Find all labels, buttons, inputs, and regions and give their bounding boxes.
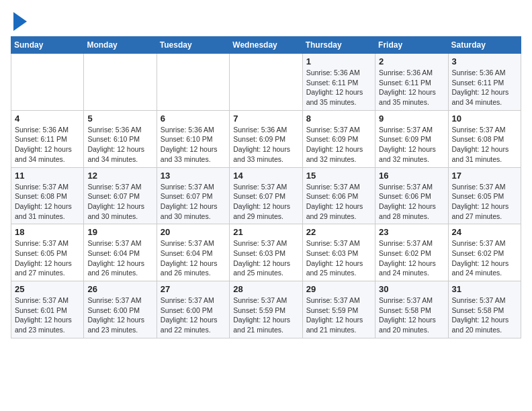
calendar-cell: 28Sunrise: 5:37 AMSunset: 5:59 PMDayligh… [230, 281, 302, 338]
cell-info-text: Sunrise: 5:37 AMSunset: 5:58 PMDaylight:… [452, 295, 517, 335]
cell-info-text: Sunrise: 5:37 AMSunset: 6:01 PMDaylight:… [15, 295, 80, 335]
cell-date-number: 20 [161, 227, 226, 237]
calendar-cell: 1Sunrise: 5:36 AMSunset: 6:11 PMDaylight… [302, 54, 375, 111]
calendar-cell: 9Sunrise: 5:37 AMSunset: 6:09 PMDaylight… [375, 110, 448, 167]
calendar-cell: 24Sunrise: 5:37 AMSunset: 6:02 PMDayligh… [448, 224, 521, 281]
calendar-cell: 7Sunrise: 5:36 AMSunset: 6:09 PMDaylight… [230, 110, 302, 167]
cell-info-text: Sunrise: 5:37 AMSunset: 6:02 PMDaylight:… [379, 238, 444, 278]
cell-info-text: Sunrise: 5:37 AMSunset: 6:00 PMDaylight:… [87, 295, 152, 335]
calendar-cell: 25Sunrise: 5:37 AMSunset: 6:01 PMDayligh… [11, 281, 84, 338]
calendar-cell: 14Sunrise: 5:37 AMSunset: 6:07 PMDayligh… [230, 167, 302, 224]
calendar-cell: 3Sunrise: 5:36 AMSunset: 6:11 PMDaylight… [448, 54, 521, 111]
cell-date-number: 25 [15, 284, 80, 294]
cell-date-number: 29 [306, 284, 371, 294]
calendar-cell: 16Sunrise: 5:37 AMSunset: 6:06 PMDayligh… [375, 167, 448, 224]
day-header-sunday: Sunday [11, 37, 84, 54]
cell-date-number: 18 [15, 227, 80, 237]
calendar-cell: 11Sunrise: 5:37 AMSunset: 6:08 PMDayligh… [11, 167, 84, 224]
cell-date-number: 2 [379, 56, 444, 66]
cell-info-text: Sunrise: 5:37 AMSunset: 6:04 PMDaylight:… [161, 238, 226, 278]
calendar-cell [84, 54, 157, 111]
cell-date-number: 5 [87, 113, 152, 124]
cell-info-text: Sunrise: 5:36 AMSunset: 6:09 PMDaylight:… [233, 125, 298, 165]
cell-info-text: Sunrise: 5:37 AMSunset: 6:07 PMDaylight:… [161, 182, 226, 222]
cell-date-number: 16 [379, 171, 444, 181]
calendar-cell [157, 54, 229, 111]
cell-info-text: Sunrise: 5:37 AMSunset: 6:06 PMDaylight:… [379, 182, 444, 222]
day-header-thursday: Thursday [302, 37, 375, 54]
page-header [11, 11, 521, 31]
calendar-table: SundayMondayTuesdayWednesdayThursdayFrid… [11, 36, 521, 338]
cell-info-text: Sunrise: 5:37 AMSunset: 6:08 PMDaylight:… [452, 125, 517, 165]
calendar-week-1: 1Sunrise: 5:36 AMSunset: 6:11 PMDaylight… [11, 54, 521, 111]
cell-date-number: 1 [306, 56, 371, 66]
calendar-week-4: 18Sunrise: 5:37 AMSunset: 6:05 PMDayligh… [11, 224, 521, 281]
calendar-cell: 10Sunrise: 5:37 AMSunset: 6:08 PMDayligh… [448, 110, 521, 167]
cell-date-number: 30 [379, 284, 444, 294]
cell-date-number: 14 [233, 171, 298, 181]
cell-date-number: 27 [161, 284, 226, 294]
cell-date-number: 23 [379, 227, 444, 237]
cell-info-text: Sunrise: 5:37 AMSunset: 6:05 PMDaylight:… [452, 182, 517, 222]
cell-date-number: 31 [452, 284, 517, 294]
cell-date-number: 13 [161, 171, 226, 181]
calendar-week-2: 4Sunrise: 5:36 AMSunset: 6:11 PMDaylight… [11, 110, 521, 167]
cell-info-text: Sunrise: 5:37 AMSunset: 6:07 PMDaylight:… [233, 182, 298, 222]
calendar-cell: 8Sunrise: 5:37 AMSunset: 6:09 PMDaylight… [302, 110, 375, 167]
calendar-cell: 4Sunrise: 5:36 AMSunset: 6:11 PMDaylight… [11, 110, 84, 167]
cell-info-text: Sunrise: 5:37 AMSunset: 6:08 PMDaylight:… [15, 182, 80, 222]
calendar-cell: 19Sunrise: 5:37 AMSunset: 6:04 PMDayligh… [84, 224, 157, 281]
calendar-cell: 6Sunrise: 5:36 AMSunset: 6:10 PMDaylight… [157, 110, 229, 167]
cell-info-text: Sunrise: 5:37 AMSunset: 6:06 PMDaylight:… [306, 182, 371, 222]
calendar-cell: 26Sunrise: 5:37 AMSunset: 6:00 PMDayligh… [84, 281, 157, 338]
calendar-cell: 12Sunrise: 5:37 AMSunset: 6:07 PMDayligh… [84, 167, 157, 224]
day-header-tuesday: Tuesday [157, 37, 229, 54]
cell-info-text: Sunrise: 5:37 AMSunset: 6:05 PMDaylight:… [15, 238, 80, 278]
calendar-cell: 2Sunrise: 5:36 AMSunset: 6:11 PMDaylight… [375, 54, 448, 111]
cell-info-text: Sunrise: 5:37 AMSunset: 6:02 PMDaylight:… [452, 238, 517, 278]
day-header-saturday: Saturday [448, 37, 521, 54]
cell-info-text: Sunrise: 5:37 AMSunset: 5:59 PMDaylight:… [233, 295, 298, 335]
calendar-cell: 27Sunrise: 5:37 AMSunset: 6:00 PMDayligh… [157, 281, 229, 338]
cell-date-number: 3 [452, 56, 517, 66]
cell-info-text: Sunrise: 5:36 AMSunset: 6:10 PMDaylight:… [161, 125, 226, 165]
cell-date-number: 6 [161, 113, 226, 124]
cell-info-text: Sunrise: 5:37 AMSunset: 6:03 PMDaylight:… [233, 238, 298, 278]
cell-date-number: 26 [87, 284, 152, 294]
cell-info-text: Sunrise: 5:37 AMSunset: 6:04 PMDaylight:… [87, 238, 152, 278]
cell-date-number: 17 [452, 171, 517, 181]
cell-info-text: Sunrise: 5:37 AMSunset: 6:09 PMDaylight:… [306, 125, 371, 165]
cell-info-text: Sunrise: 5:37 AMSunset: 6:07 PMDaylight:… [87, 182, 152, 222]
cell-date-number: 11 [15, 171, 80, 181]
calendar-week-5: 25Sunrise: 5:37 AMSunset: 6:01 PMDayligh… [11, 281, 521, 338]
calendar-cell: 30Sunrise: 5:37 AMSunset: 5:58 PMDayligh… [375, 281, 448, 338]
calendar-cell: 21Sunrise: 5:37 AMSunset: 6:03 PMDayligh… [230, 224, 302, 281]
cell-date-number: 4 [15, 113, 80, 124]
calendar-cell: 20Sunrise: 5:37 AMSunset: 6:04 PMDayligh… [157, 224, 229, 281]
calendar-cell: 18Sunrise: 5:37 AMSunset: 6:05 PMDayligh… [11, 224, 84, 281]
calendar-cell: 31Sunrise: 5:37 AMSunset: 5:58 PMDayligh… [448, 281, 521, 338]
cell-info-text: Sunrise: 5:36 AMSunset: 6:11 PMDaylight:… [15, 125, 80, 165]
cell-date-number: 7 [233, 113, 298, 124]
calendar-cell: 22Sunrise: 5:37 AMSunset: 6:03 PMDayligh… [302, 224, 375, 281]
calendar-week-3: 11Sunrise: 5:37 AMSunset: 6:08 PMDayligh… [11, 167, 521, 224]
cell-date-number: 15 [306, 171, 371, 181]
calendar-header-row: SundayMondayTuesdayWednesdayThursdayFrid… [11, 37, 521, 54]
calendar-cell: 23Sunrise: 5:37 AMSunset: 6:02 PMDayligh… [375, 224, 448, 281]
day-header-monday: Monday [84, 37, 157, 54]
calendar-cell [230, 54, 302, 111]
cell-date-number: 12 [87, 171, 152, 181]
cell-date-number: 8 [306, 113, 371, 124]
cell-date-number: 21 [233, 227, 298, 237]
logo [11, 11, 27, 31]
cell-info-text: Sunrise: 5:37 AMSunset: 6:09 PMDaylight:… [379, 125, 444, 165]
day-header-friday: Friday [375, 37, 448, 54]
cell-info-text: Sunrise: 5:37 AMSunset: 6:00 PMDaylight:… [161, 295, 226, 335]
cell-date-number: 19 [87, 227, 152, 237]
calendar-cell [11, 54, 84, 111]
calendar-cell: 5Sunrise: 5:36 AMSunset: 6:10 PMDaylight… [84, 110, 157, 167]
cell-date-number: 10 [452, 113, 517, 124]
cell-date-number: 28 [233, 284, 298, 294]
calendar-cell: 13Sunrise: 5:37 AMSunset: 6:07 PMDayligh… [157, 167, 229, 224]
cell-date-number: 22 [306, 227, 371, 237]
